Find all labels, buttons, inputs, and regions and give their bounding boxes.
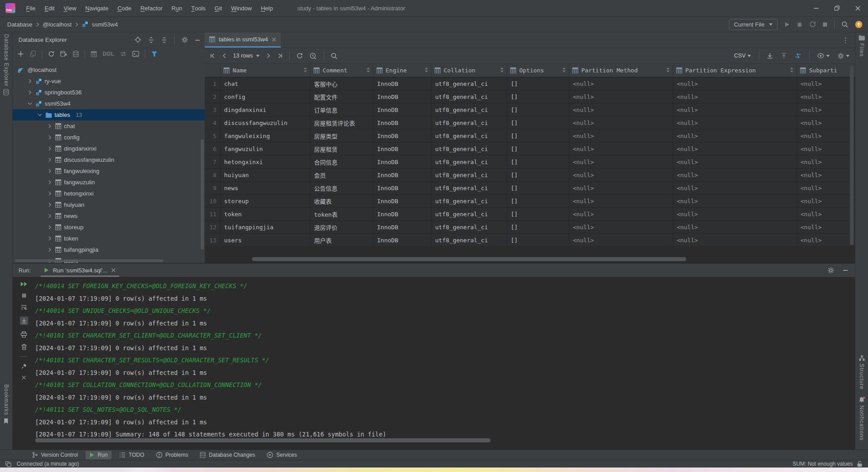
menu-code[interactable]: Code xyxy=(113,5,136,12)
row-number[interactable]: 3 xyxy=(205,103,220,116)
cell-name[interactable]: token xyxy=(220,208,310,220)
tree-vertical-scrollbar[interactable] xyxy=(201,139,204,249)
sort-icon[interactable] xyxy=(500,67,504,74)
row-number[interactable]: 8 xyxy=(205,169,220,181)
column-header-subparti[interactable]: Subparti xyxy=(797,64,855,77)
run-console-tab[interactable]: Run 'ssml53w4.sql'... xyxy=(40,263,119,277)
cell-name[interactable]: users xyxy=(220,234,310,246)
close-console-button[interactable] xyxy=(22,375,26,380)
cell-collation[interactable]: utf8_general_ci xyxy=(432,195,507,207)
cell-options[interactable]: [] xyxy=(507,234,569,246)
grid-horizontal-scrollbar[interactable] xyxy=(252,257,686,261)
cell-collation[interactable]: utf8_general_ci xyxy=(432,77,507,90)
cell-subpartition[interactable]: <null> xyxy=(797,142,855,155)
tree-item-discussfangwuzulin[interactable]: discussfangwuzulin xyxy=(13,154,205,165)
compare-data-button[interactable] xyxy=(795,53,801,59)
next-page-button[interactable] xyxy=(266,53,270,58)
toolwindow-problems[interactable]: Problems xyxy=(152,451,193,459)
cell-comment[interactable]: 订单信息 xyxy=(310,103,373,116)
close-tab-icon[interactable] xyxy=(111,268,116,272)
auto-refresh-button[interactable] xyxy=(310,53,317,59)
menu-refactor[interactable]: Refactor xyxy=(136,5,167,12)
cell-partition-expression[interactable]: <null> xyxy=(673,182,797,194)
tree-chevron-icon[interactable] xyxy=(27,90,33,95)
cell-subpartition[interactable]: <null> xyxy=(797,221,855,233)
cell-partition-method[interactable]: <null> xyxy=(569,142,673,155)
console-output[interactable]: /*!40014 SET FOREIGN_KEY_CHECKS=@OLD_FOR… xyxy=(35,277,855,450)
cell-partition-method[interactable]: <null> xyxy=(569,103,673,116)
tree-chevron-icon[interactable] xyxy=(47,180,53,185)
export-format-select[interactable]: CSV xyxy=(734,53,751,59)
cell-partition-method[interactable]: <null> xyxy=(569,156,673,168)
column-header-engine[interactable]: Engine xyxy=(373,64,432,77)
tree-item-springboot536[interactable]: springboot536 xyxy=(13,87,205,98)
open-table-button[interactable] xyxy=(91,51,97,57)
cell-name[interactable]: chat xyxy=(220,77,310,90)
compare-button[interactable] xyxy=(120,51,126,57)
cell-subpartition[interactable]: <null> xyxy=(797,90,855,103)
export-data-button[interactable] xyxy=(767,53,773,59)
import-data-button[interactable] xyxy=(781,53,787,59)
cell-partition-method[interactable]: <null> xyxy=(569,116,673,129)
cell-subpartition[interactable]: <null> xyxy=(797,116,855,129)
row-number[interactable]: 2 xyxy=(205,90,220,103)
cell-engine[interactable]: InnoDB xyxy=(373,169,432,181)
cell-partition-expression[interactable]: <null> xyxy=(673,234,797,246)
last-page-button[interactable] xyxy=(277,53,283,58)
collapse-all-icon[interactable] xyxy=(161,37,167,43)
maximize-button[interactable] xyxy=(827,0,847,16)
tool-stripe-notifications[interactable]: Notifications xyxy=(855,396,868,441)
cell-collation[interactable]: utf8_general_ci xyxy=(432,182,507,194)
cell-subpartition[interactable]: <null> xyxy=(797,156,855,168)
menu-git[interactable]: Git xyxy=(210,5,227,12)
tool-stripe-files[interactable]: Files xyxy=(855,35,868,57)
column-header-collation[interactable]: Collation xyxy=(432,64,507,77)
menu-file[interactable]: File xyxy=(22,5,40,12)
cell-subpartition[interactable]: <null> xyxy=(797,103,855,116)
cell-options[interactable]: [] xyxy=(507,208,569,220)
cell-options[interactable]: [] xyxy=(507,156,569,168)
cell-options[interactable]: [] xyxy=(507,129,569,142)
tree-item-fangwuzulin[interactable]: fangwuzulin xyxy=(13,177,205,188)
cell-comment[interactable]: 用户表 xyxy=(310,234,373,246)
tree-chevron-icon[interactable] xyxy=(47,135,53,140)
minimize-button[interactable] xyxy=(806,0,827,16)
tree-item-ssml53w4[interactable]: ssml53w4 xyxy=(13,98,205,109)
tool-stripe-structure[interactable]: Structure xyxy=(855,355,868,390)
column-header-comment[interactable]: Comment xyxy=(310,64,373,77)
sort-icon[interactable] xyxy=(666,67,670,74)
rerun-button[interactable] xyxy=(20,281,27,287)
cell-engine[interactable]: InnoDB xyxy=(373,103,432,116)
cell-comment[interactable]: token表 xyxy=(310,208,373,220)
ddl-button[interactable]: DDL xyxy=(103,51,114,57)
cell-partition-method[interactable]: <null> xyxy=(569,129,673,142)
cell-options[interactable]: [] xyxy=(507,221,569,233)
cell-partition-expression[interactable]: <null> xyxy=(673,195,797,207)
row-number[interactable]: 11 xyxy=(205,208,220,220)
close-button[interactable] xyxy=(847,0,868,16)
row-number[interactable]: 6 xyxy=(205,142,220,155)
cell-engine[interactable]: InnoDB xyxy=(373,221,432,233)
cell-options[interactable]: [] xyxy=(507,103,569,116)
cell-partition-expression[interactable]: <null> xyxy=(673,116,797,129)
console-horizontal-scrollbar[interactable] xyxy=(35,438,490,442)
breadcrumb-database[interactable]: Database xyxy=(7,21,32,28)
debug-button[interactable] xyxy=(796,21,803,27)
cell-engine[interactable]: InnoDB xyxy=(373,234,432,246)
cell-options[interactable]: [] xyxy=(507,142,569,155)
tree-chevron-icon[interactable] xyxy=(37,113,43,116)
cell-collation[interactable]: utf8_general_ci xyxy=(432,169,507,181)
cell-options[interactable]: [] xyxy=(507,116,569,129)
cell-subpartition[interactable]: <null> xyxy=(797,169,855,181)
sort-icon[interactable] xyxy=(562,67,566,74)
cell-partition-method[interactable]: <null> xyxy=(569,77,673,90)
page-size-selector[interactable]: 13 rows xyxy=(233,53,260,59)
cell-collation[interactable]: utf8_general_ci xyxy=(432,221,507,233)
cell-comment[interactable]: 配置文件 xyxy=(310,90,373,103)
cell-subpartition[interactable]: <null> xyxy=(797,129,855,142)
cell-partition-method[interactable]: <null> xyxy=(569,208,673,220)
hide-panel-icon[interactable] xyxy=(843,267,848,273)
toolwindow-services[interactable]: Services xyxy=(263,451,301,459)
tree-item-chat[interactable]: chat xyxy=(13,120,205,132)
coverage-button[interactable] xyxy=(810,21,816,27)
